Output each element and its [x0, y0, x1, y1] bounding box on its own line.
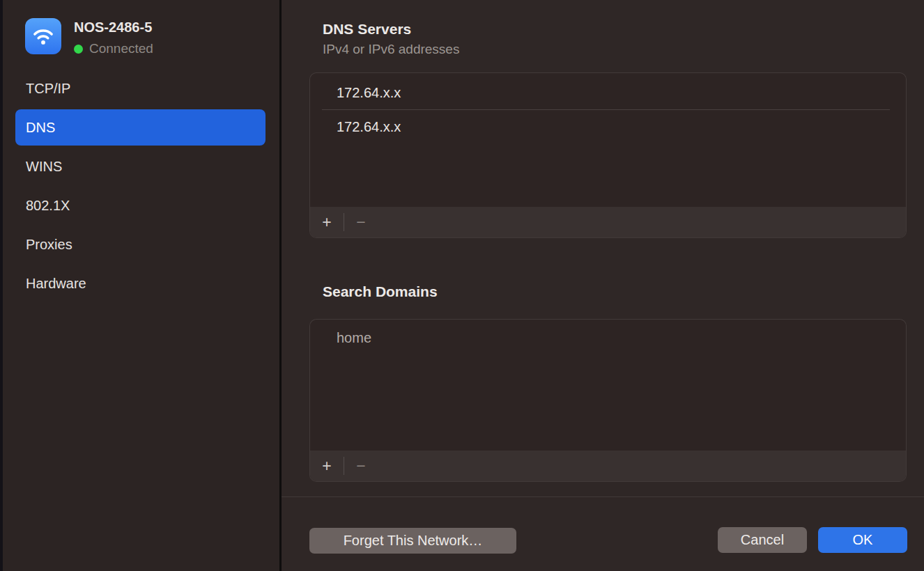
sidebar-item-label: Proxies	[26, 237, 72, 253]
remove-dns-server-button[interactable]: −	[344, 207, 378, 237]
sidebar-item-dns[interactable]: DNS	[15, 109, 265, 146]
sidebar-item-proxies[interactable]: Proxies	[15, 226, 265, 263]
dns-servers-subtitle: IPv4 or IPv6 addresses	[323, 42, 459, 57]
dns-servers-title: DNS Servers	[323, 21, 411, 38]
search-domains-title: Search Domains	[323, 283, 438, 300]
footer-divider	[282, 496, 924, 497]
search-domain-toolbar: + −	[310, 451, 906, 481]
network-name: NOS-2486-5	[74, 19, 152, 36]
dns-server-entry[interactable]: 172.64.x.x	[310, 76, 906, 109]
ok-button[interactable]: OK	[818, 527, 907, 553]
dns-server-entry[interactable]: 172.64.x.x	[310, 110, 906, 143]
sidebar-item-label: TCP/IP	[26, 81, 70, 97]
wifi-icon	[25, 18, 61, 54]
search-domain-list: home + −	[309, 319, 907, 482]
sidebar: NOS-2486-5 Connected TCP/IP DNS WINS 802…	[3, 0, 279, 571]
connection-status-label: Connected	[89, 41, 153, 56]
sidebar-item-tcpip[interactable]: TCP/IP	[15, 70, 265, 107]
dns-server-rows: 172.64.x.x 172.64.x.x	[310, 73, 906, 143]
cancel-button[interactable]: Cancel	[718, 527, 807, 553]
dns-server-list: 172.64.x.x 172.64.x.x + −	[309, 72, 907, 238]
sidebar-items: TCP/IP DNS WINS 802.1X Proxies Hardware	[15, 70, 265, 304]
connected-status-dot-icon	[74, 45, 83, 54]
search-domain-entry[interactable]: home	[310, 321, 906, 354]
search-domain-rows: home	[310, 320, 906, 354]
add-dns-server-button[interactable]: +	[314, 207, 339, 237]
sidebar-item-hardware[interactable]: Hardware	[15, 265, 265, 302]
sidebar-item-label: DNS	[26, 120, 55, 136]
connection-status: Connected	[74, 41, 153, 56]
sidebar-item-8021x[interactable]: 802.1X	[15, 187, 265, 224]
sidebar-item-wins[interactable]: WINS	[15, 148, 265, 185]
remove-search-domain-button[interactable]: −	[344, 451, 378, 481]
forget-network-button[interactable]: Forget This Network…	[309, 528, 516, 554]
network-details-dialog: NOS-2486-5 Connected TCP/IP DNS WINS 802…	[0, 0, 924, 571]
sidebar-item-label: WINS	[26, 159, 62, 175]
sidebar-item-label: Hardware	[26, 276, 86, 292]
add-search-domain-button[interactable]: +	[314, 451, 339, 481]
dns-list-toolbar: + −	[310, 207, 906, 237]
main-panel: DNS Servers IPv4 or IPv6 addresses 172.6…	[282, 0, 924, 571]
sidebar-item-label: 802.1X	[26, 198, 70, 214]
